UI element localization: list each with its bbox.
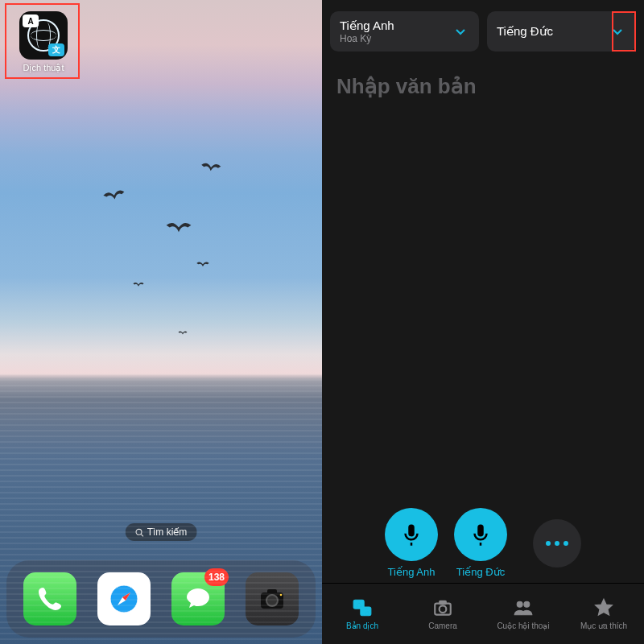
search-icon [135, 528, 144, 537]
bird-decor [165, 218, 192, 238]
translate-app-icon: A 文 [19, 11, 68, 60]
language-row: Tiếng Anh Hoa Kỳ Tiếng Đức [322, 0, 644, 52]
spotlight-search[interactable]: Tìm kiếm [126, 523, 197, 541]
tab-label: Camera [428, 621, 457, 630]
tab-label: Bản dịch [346, 621, 378, 630]
search-label: Tìm kiếm [147, 526, 188, 538]
mic-source[interactable] [385, 508, 438, 561]
dock-camera[interactable] [246, 572, 299, 625]
messages-badge: 138 [204, 568, 229, 586]
source-language-name: Tiếng Anh [340, 19, 394, 33]
source-language-selector[interactable]: Tiếng Anh Hoa Kỳ [330, 11, 479, 52]
mic-target-label: Tiếng Đức [456, 566, 505, 578]
svg-point-17 [517, 601, 522, 607]
tab-bar: A文 Bản dịch Camera Cuộc hội thoại Mục ưa… [322, 583, 644, 644]
tab-label: Cuộc hội thoại [497, 621, 549, 630]
svg-point-0 [136, 529, 142, 535]
mic-source-label: Tiếng Anh [388, 566, 436, 578]
camera-icon [256, 583, 288, 615]
conversation-tab-icon [513, 597, 534, 618]
app-label: Dịch thuật [14, 63, 72, 73]
svg-point-9 [280, 594, 283, 597]
svg-line-1 [141, 534, 143, 536]
tab-label: Mục ưa thích [580, 621, 627, 630]
input-placeholder: Nhập văn bản [336, 74, 630, 99]
dock-phone[interactable] [23, 572, 76, 625]
tab-favorites[interactable]: Mục ưa thích [564, 584, 644, 644]
tab-translate[interactable]: A文 Bản dịch [322, 584, 402, 644]
svg-text:文: 文 [364, 609, 370, 616]
more-button[interactable] [533, 519, 581, 568]
dock-messages[interactable]: 138 [171, 572, 225, 625]
microphone-icon [399, 522, 423, 547]
bird-decor [133, 281, 144, 290]
bird-decor [101, 186, 127, 207]
bird-decor [178, 330, 188, 337]
dock-safari[interactable] [97, 572, 151, 625]
camera-tab-icon [432, 597, 453, 618]
svg-point-7 [266, 595, 278, 606]
dock: 138 [6, 560, 316, 638]
messages-icon [182, 583, 214, 615]
microphone-icon [469, 522, 493, 547]
highlight-target-chevron [612, 11, 636, 52]
tab-camera[interactable]: Camera [402, 584, 483, 644]
phone-icon [34, 583, 66, 615]
bird-decor [200, 159, 222, 177]
svg-point-18 [524, 601, 530, 607]
svg-rect-8 [267, 589, 277, 594]
mic-target[interactable] [454, 508, 507, 561]
chevron-down-icon [452, 23, 469, 40]
source-language-sub: Hoa Kỳ [340, 33, 394, 44]
translate-app-screen: Tiếng Anh Hoa Kỳ Tiếng Đức Nhập văn bản … [322, 0, 644, 644]
bird-decor [196, 260, 210, 270]
svg-point-15 [440, 605, 447, 613]
svg-rect-16 [440, 601, 447, 604]
mic-row: Tiếng Anh Tiếng Đức [322, 508, 644, 583]
text-input-area[interactable]: Nhập văn bản [322, 52, 644, 508]
tab-conversation[interactable]: Cuộc hội thoại [483, 584, 564, 644]
star-tab-icon [593, 597, 614, 618]
app-translate[interactable]: A 文 Dịch thuật [14, 11, 72, 73]
translate-tab-icon: A文 [352, 597, 373, 618]
target-language-name: Tiếng Đức [497, 24, 553, 39]
home-screen: A 文 Dịch thuật Tìm kiếm 138 [0, 0, 322, 644]
safari-icon [108, 583, 140, 615]
